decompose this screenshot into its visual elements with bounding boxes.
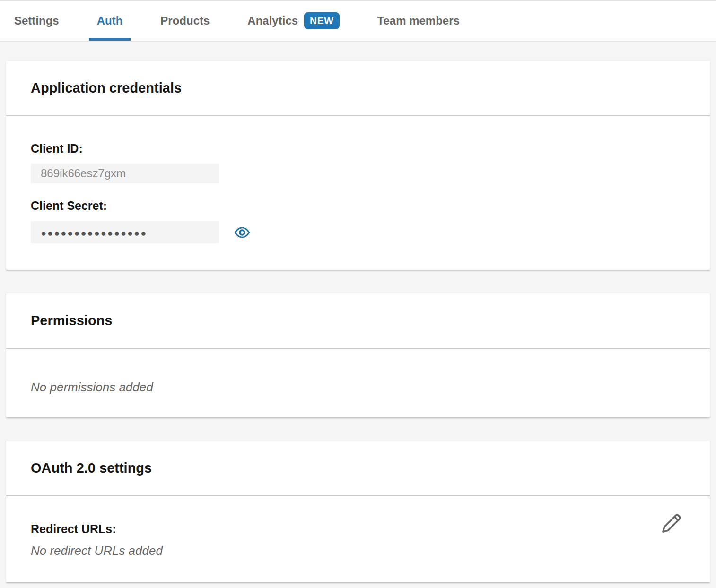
tab-bar: Settings Auth Products Analytics NEW Tea…: [0, 0, 716, 42]
tab-products-label: Products: [160, 14, 210, 27]
permissions-body: No permissions added: [6, 349, 710, 417]
pencil-icon: [661, 512, 682, 534]
application-credentials-title: Application credentials: [31, 80, 182, 96]
client-secret-label: Client Secret:: [31, 199, 685, 212]
permissions-card: Permissions No permissions added: [6, 293, 710, 417]
tab-auth-label: Auth: [97, 14, 123, 27]
client-secret-masked-value: ●●●●●●●●●●●●●●●●: [41, 227, 147, 238]
application-credentials-header: Application credentials: [6, 61, 710, 116]
client-id-value: 869ik66esz7gxm: [41, 167, 126, 180]
permissions-title: Permissions: [31, 313, 112, 329]
oauth-settings-body: Redirect URLs: No redirect URLs added: [6, 496, 710, 582]
reveal-secret-button[interactable]: [234, 225, 250, 241]
application-credentials-body: Client ID: 869ik66esz7gxm Client Secret:…: [6, 116, 710, 270]
edit-redirect-urls-button[interactable]: [660, 512, 683, 535]
redirect-urls-empty-text: No redirect URLs added: [31, 544, 685, 558]
permissions-empty-text: No permissions added: [31, 380, 685, 394]
client-id-field[interactable]: 869ik66esz7gxm: [31, 164, 219, 183]
oauth-settings-title: OAuth 2.0 settings: [31, 460, 152, 476]
tab-analytics-label: Analytics: [247, 14, 298, 27]
tab-settings-label: Settings: [14, 14, 59, 27]
tab-products[interactable]: Products: [160, 1, 210, 41]
tab-auth[interactable]: Auth: [97, 1, 123, 41]
oauth-settings-card: OAuth 2.0 settings Redirect URLs: No red…: [6, 441, 710, 582]
oauth-settings-header: OAuth 2.0 settings: [6, 441, 710, 496]
client-id-label: Client ID:: [31, 142, 685, 155]
redirect-urls-label: Redirect URLs:: [31, 522, 685, 536]
tab-settings[interactable]: Settings: [14, 1, 59, 41]
tab-team-members[interactable]: Team members: [377, 1, 460, 41]
application-credentials-card: Application credentials Client ID: 869ik…: [6, 61, 710, 270]
client-secret-field[interactable]: ●●●●●●●●●●●●●●●●: [31, 221, 219, 243]
new-badge: NEW: [304, 12, 340, 29]
main-content: Application credentials Client ID: 869ik…: [0, 61, 716, 582]
client-secret-row: ●●●●●●●●●●●●●●●●: [31, 221, 685, 243]
eye-icon: [234, 225, 250, 241]
tab-analytics[interactable]: Analytics NEW: [247, 1, 339, 41]
tab-team-members-label: Team members: [377, 14, 460, 27]
permissions-header: Permissions: [6, 293, 710, 349]
